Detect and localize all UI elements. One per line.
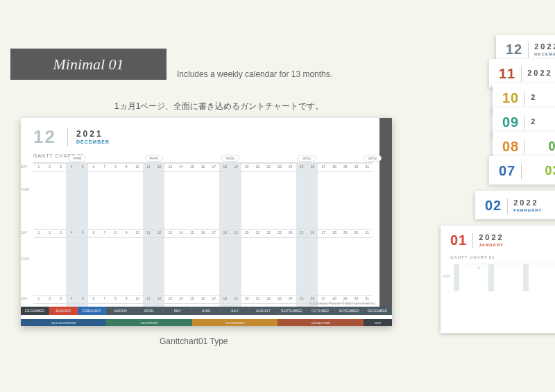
day-row-label: DAY: [21, 230, 28, 235]
month-name: DECEMBER: [76, 139, 110, 144]
footer-month: DECEMBER: [364, 307, 392, 315]
footer-month-bar: DECEMBERJANUARYFEBRUARYMARCHAPRILMAYJUNE…: [21, 307, 392, 326]
planner-main-preview: 12 2021 DECEMBER GANTT CHART 01 W48 W49: [21, 118, 392, 326]
day-row-label: DAY: [21, 164, 28, 169]
footer-season: 2021-2022/WINTER: [21, 319, 106, 326]
month-header: 12 2021 DECEMBER: [21, 118, 392, 152]
stack-card: 01 2022 JANUARY GANTT CHART 01 TASK 1: [441, 225, 555, 333]
day-number-row: 1234567891011121314151617181920212223242…: [33, 164, 373, 169]
footer-month: NOVEMBER: [335, 307, 364, 315]
week-label: W51: [298, 155, 316, 162]
copyright-text: Kotobukado Planner © 2021 koto.smart Inc…: [309, 301, 377, 305]
footer-season: 2022/SUMMER: [192, 319, 278, 326]
footer-month: DECEMBER: [21, 307, 49, 315]
japanese-caption: 1ヵ月1ページ、全面に書き込めるガントチャートです。: [114, 101, 323, 112]
task-row-label: TASK: [21, 257, 30, 261]
month-card-stack: 12 2022 DECEMBER 11 2022 10 2 06: [413, 35, 555, 347]
footer-month: MARCH: [106, 307, 135, 315]
month-number: 12: [33, 126, 56, 148]
title-badge: Minimal 01: [10, 49, 166, 80]
day-number-row: 1234567891011121314151617181920212223242…: [33, 230, 373, 235]
week-label: W48: [68, 155, 86, 162]
footer-season: 2022/AUTUMN: [278, 319, 363, 326]
day-number-row: 1234567891011121314151617181920212223242…: [33, 296, 373, 300]
type-label: Ganttchart01 Type: [160, 336, 228, 346]
subtitle: Includes a weekly calendar for 13 months…: [177, 69, 332, 79]
week-label: W52: [364, 155, 382, 162]
footer-month: OCTOBER: [307, 307, 335, 315]
year-label: 2021: [76, 130, 110, 138]
task-row-label: TASK: [21, 187, 30, 191]
footer-month: SEPTEMBER: [278, 307, 306, 315]
day-row-label: DAY: [21, 296, 28, 300]
week-label: W50: [221, 155, 239, 162]
footer-month: JANUARY: [49, 307, 78, 315]
footer-month: MAY: [164, 307, 192, 315]
footer-month: APRIL: [135, 307, 164, 315]
week-label: W49: [144, 155, 162, 162]
gantt-grid: W48 W49 W50 W51 W52 TASK TASK DAY DAY DA…: [33, 162, 373, 308]
footer-month: JUNE: [192, 307, 221, 315]
stack-card: 02 2022 FEBRUARY: [475, 191, 555, 219]
footer-month: FEBRUARY: [78, 307, 106, 315]
stack-card: 07 03 2022 MARCH: [489, 156, 555, 185]
footer-month: AUGUST: [249, 307, 278, 315]
footer-season: 2022/SPRING: [106, 319, 191, 326]
footer-month: JULY: [221, 307, 249, 315]
planner-side-tab: [379, 118, 392, 307]
footer-season: 2022: [364, 319, 392, 326]
